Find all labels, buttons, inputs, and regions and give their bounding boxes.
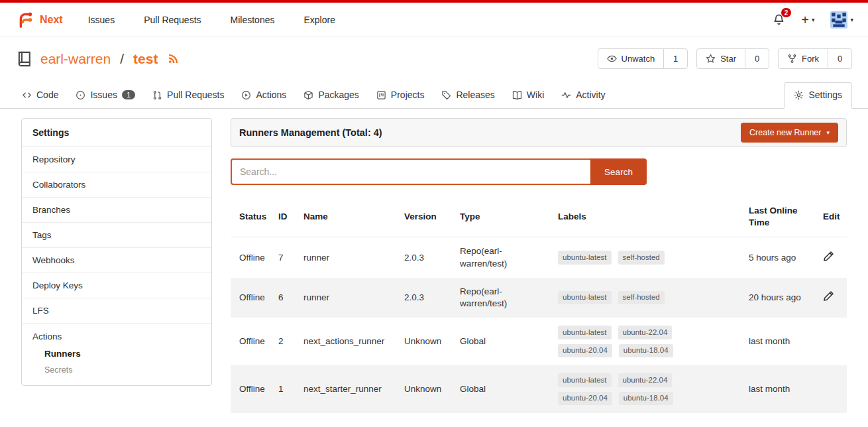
label-pill: ubuntu-20.04 — [558, 344, 612, 358]
issue-icon — [76, 90, 85, 100]
tab-actions[interactable]: Actions — [235, 83, 292, 108]
sidebar-item-repository[interactable]: Repository — [22, 147, 211, 172]
create-menu-button[interactable]: + ▾ — [801, 13, 814, 27]
repo-icon — [16, 50, 33, 68]
tab-label: Actions — [256, 90, 286, 100]
runner-type: Global — [455, 318, 553, 365]
brand-name: Next — [40, 14, 63, 26]
tab-count-badge: 1 — [122, 90, 135, 99]
navbar-link-issues[interactable]: Issues — [88, 15, 115, 25]
fork-button[interactable]: Fork — [779, 49, 828, 68]
star-button[interactable]: Star — [697, 49, 745, 68]
runner-edit-cell — [818, 365, 847, 413]
notification-badge: 2 — [781, 8, 792, 17]
column-header-type: Type — [455, 197, 553, 237]
tab-label: Releases — [456, 90, 494, 100]
runner-type: Repo(earl-warren/test) — [455, 237, 553, 278]
tag-icon — [441, 90, 451, 100]
runner-status: Offline — [231, 278, 273, 318]
create-runner-button[interactable]: Create new Runner ▾ — [741, 123, 838, 143]
label-pill: ubuntu-latest — [558, 291, 612, 305]
runner-labels: ubuntu-latestself-hosted — [553, 278, 743, 318]
runners-title: Runners Management (Total: 4) — [239, 127, 382, 138]
repo-actions: Unwatch1Star0Fork0 — [598, 48, 852, 69]
notifications-button[interactable]: 2 — [773, 13, 785, 26]
unwatch-count[interactable]: 1 — [663, 49, 687, 68]
wiki-icon — [512, 90, 522, 100]
activity-icon — [561, 90, 571, 100]
label-pill: ubuntu-18.04 — [619, 344, 673, 358]
label-pill: ubuntu-latest — [558, 251, 612, 265]
column-header-name: Name — [298, 197, 399, 237]
tab-wiki[interactable]: Wiki — [506, 83, 550, 108]
runner-status: Offline — [231, 318, 273, 365]
unwatch-button[interactable]: Unwatch — [598, 49, 664, 68]
runner-name: next_actions_runner — [298, 318, 399, 365]
runner-search: Search — [231, 158, 647, 185]
label-pill: ubuntu-latest — [558, 326, 612, 339]
navbar-link-explore[interactable]: Explore — [303, 15, 335, 25]
column-header-version: Version — [399, 197, 455, 237]
tab-label: Pull Requests — [167, 90, 224, 100]
runner-id: 1 — [273, 365, 298, 413]
repo-name-link[interactable]: test — [133, 51, 158, 67]
star-count[interactable]: 0 — [745, 49, 769, 68]
tab-label: Code — [36, 90, 58, 100]
tab-pull-requests[interactable]: Pull Requests — [146, 83, 230, 108]
tab-label: Wiki — [527, 90, 544, 100]
user-menu-button[interactable]: ▾ — [830, 11, 853, 29]
sidebar-item-webhooks[interactable]: Webhooks — [22, 248, 211, 273]
tab-releases[interactable]: Releases — [435, 83, 500, 108]
sidebar-item-collaborators[interactable]: Collaborators — [22, 172, 211, 198]
runner-name: next_starter_runner — [298, 365, 399, 413]
rss-feed-icon[interactable] — [165, 53, 179, 64]
unwatch-button-group: Unwatch1 — [598, 48, 688, 69]
navbar-link-milestones[interactable]: Milestones — [231, 15, 275, 25]
edit-pencil-icon[interactable] — [823, 290, 834, 302]
search-button[interactable]: Search — [590, 158, 647, 185]
sidebar-item-actions[interactable]: Actions — [32, 332, 201, 341]
runners-panel: Runners Management (Total: 4) Create new… — [231, 118, 847, 413]
sidebar-item-deploy-keys[interactable]: Deploy Keys — [22, 273, 211, 298]
repo-header: earl-warren / test Unwatch1Star0Fork0 — [0, 37, 868, 76]
runner-row: Offline2next_actions_runnerUnknownGlobal… — [231, 318, 847, 365]
navbar-right: 2 + ▾ ▾ — [773, 11, 853, 29]
code-icon — [22, 90, 32, 100]
search-input[interactable] — [231, 158, 590, 185]
chevron-down-icon: ▾ — [850, 17, 853, 23]
label-pill: ubuntu-22.04 — [618, 373, 673, 387]
chevron-down-icon: ▾ — [812, 17, 815, 23]
runner-id: 7 — [273, 237, 298, 278]
runner-edit-cell — [818, 318, 847, 365]
avatar — [830, 11, 847, 29]
home-link[interactable]: Next — [15, 10, 63, 30]
sidebar-actions-children: RunnersSecrets — [32, 349, 201, 375]
label-pill: ubuntu-20.04 — [558, 392, 612, 406]
tab-packages[interactable]: Packages — [298, 83, 364, 108]
tab-projects[interactable]: Projects — [370, 83, 431, 108]
tab-settings[interactable]: Settings — [784, 82, 852, 109]
plus-icon: + — [801, 13, 809, 27]
sidebar-item-runners[interactable]: Runners — [44, 349, 201, 359]
column-header-edit: Edit — [818, 197, 847, 237]
edit-pencil-icon[interactable] — [823, 251, 834, 262]
repo-owner-link[interactable]: earl-warren — [40, 51, 111, 67]
sidebar-item-lfs[interactable]: LFS — [22, 298, 211, 324]
tab-bar-left: CodeIssues1Pull RequestsActionsPackagesP… — [16, 83, 612, 108]
label-pill: self-hosted — [618, 251, 665, 265]
actions-icon — [241, 90, 251, 100]
repo-tab-bar: CodeIssues1Pull RequestsActionsPackagesP… — [0, 76, 868, 109]
tab-activity[interactable]: Activity — [555, 83, 611, 108]
tab-label: Activity — [576, 90, 605, 100]
runner-version: Unknown — [399, 365, 455, 413]
sidebar-item-secrets[interactable]: Secrets — [44, 365, 201, 375]
fork-count[interactable]: 0 — [828, 49, 851, 68]
tab-code[interactable]: Code — [16, 83, 64, 108]
navbar-link-pull-requests[interactable]: Pull Requests — [144, 15, 201, 25]
gear-icon — [794, 90, 804, 100]
runner-labels: ubuntu-latestubuntu-22.04ubuntu-20.04ubu… — [553, 318, 743, 365]
sidebar-item-tags[interactable]: Tags — [22, 223, 211, 248]
tab-issues[interactable]: Issues1 — [70, 83, 141, 108]
sidebar-item-branches[interactable]: Branches — [22, 198, 211, 223]
runners-table: StatusIDNameVersionTypeLabelsLast Online… — [231, 197, 847, 413]
